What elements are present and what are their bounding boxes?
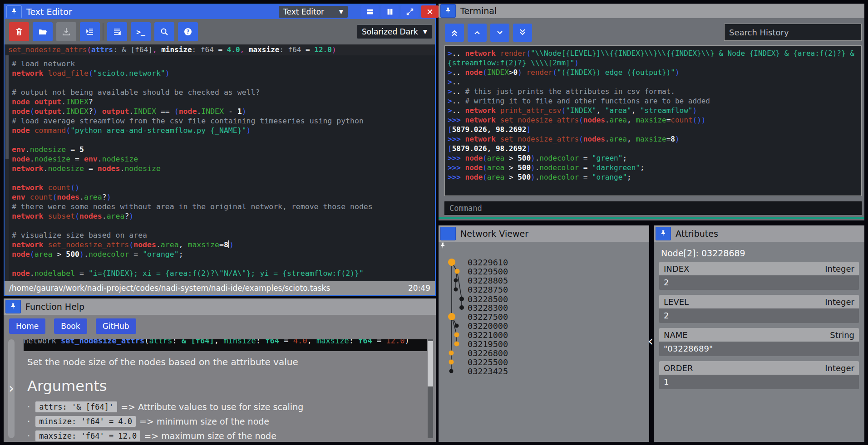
terminal-line: >.. # writing it to file and other funct… (448, 96, 858, 106)
network-node-label[interactable]: 03228750 (468, 285, 508, 294)
scroll-bottom-button[interactable] (513, 24, 532, 42)
argument-description: => minimum size of the node (139, 416, 269, 426)
pin-icon[interactable] (656, 227, 671, 240)
pin-icon[interactable] (440, 4, 456, 18)
format-indent-button[interactable] (80, 22, 100, 41)
search-button[interactable] (154, 22, 174, 41)
help-scrollbar-thumb[interactable] (428, 341, 433, 386)
network-node-label[interactable]: 03228805 (468, 276, 508, 285)
attribute-type: Integer (825, 363, 854, 373)
attribute-value: 2 (659, 308, 859, 323)
scroll-top-button[interactable] (445, 24, 464, 42)
network-node[interactable] (448, 259, 455, 266)
delete-button[interactable] (9, 22, 29, 41)
network-node[interactable] (454, 279, 458, 283)
network-node[interactable] (459, 297, 464, 301)
panel-title: Text Editor (26, 7, 72, 17)
chevron-down-icon (495, 28, 504, 37)
split-vertical-button[interactable] (381, 5, 399, 18)
argument-description: => maximum size of the node (144, 431, 276, 441)
theme-dropdown[interactable]: Solarized Dark ▼ (357, 24, 432, 39)
open-file-button[interactable] (33, 22, 53, 41)
format-lines-button[interactable] (107, 22, 127, 41)
split-horizontal-icon (366, 8, 374, 16)
network-node[interactable] (449, 360, 454, 365)
terminal-line: >>> node(area > 500).nodecolor = "green"… (448, 153, 858, 163)
scroll-up-button[interactable] (468, 24, 487, 42)
network-node-label[interactable]: 03219500 (468, 339, 508, 349)
attribute-type: String (830, 330, 854, 340)
attribute-rows: INDEXInteger2LEVELInteger2NAMEString"032… (659, 262, 859, 394)
network-node-label[interactable]: 03227500 (468, 312, 508, 322)
editor-scrollbar-thumb[interactable] (5, 55, 9, 159)
terminal-prompt-icon: >_ (136, 28, 145, 36)
run-terminal-button[interactable]: >_ (131, 22, 151, 41)
attribute-row[interactable]: LEVELInteger2 (659, 295, 859, 323)
network-node[interactable] (454, 288, 458, 292)
network-node-label[interactable]: 03220000 (468, 321, 508, 331)
attribute-row[interactable]: NAMEString"03228689" (659, 328, 859, 356)
editor-code-line: node output.INDEX? (12, 97, 433, 107)
editor-code-line: node(output.INDEX?) output.INDEX == (nod… (12, 107, 433, 116)
network-node[interactable] (449, 369, 454, 373)
argument-item: ·minsize: 'f64' = 4.0=> minimum size of … (27, 415, 303, 428)
network-node[interactable] (455, 269, 460, 274)
book-button[interactable]: Book (54, 318, 87, 334)
network-node[interactable] (459, 305, 464, 310)
network-graph[interactable]: 0322961003229500032288050322875003228500… (439, 242, 649, 442)
panel-title: Network Viewer (460, 229, 528, 239)
svg-text:?: ? (187, 29, 190, 35)
network-node[interactable] (455, 324, 459, 328)
maximize-button[interactable] (401, 5, 419, 18)
save-button[interactable] (56, 22, 76, 41)
editor-code-line: network load_file("scioto.network") (12, 68, 433, 78)
attribute-name: LEVEL (664, 297, 689, 307)
chevron-down-icon: ▼ (339, 9, 343, 15)
network-node[interactable] (449, 351, 454, 356)
terminal-line: >>> network set_nodesize_attrs(nodes.are… (448, 115, 858, 125)
split-horizontal-button[interactable] (361, 5, 379, 18)
network-node-label[interactable]: 03221000 (468, 330, 508, 340)
scroll-down-button[interactable] (490, 24, 509, 42)
arguments-list: ·attrs: '& [f64]'=> Attribute values to … (27, 400, 303, 444)
arguments-heading: Arguments (27, 377, 107, 395)
help-button[interactable]: ? (178, 22, 198, 41)
command-input[interactable] (444, 201, 862, 215)
chevron-right-icon[interactable]: › (5, 380, 18, 396)
attribute-value: 1 (659, 375, 859, 389)
search-history-input[interactable] (724, 24, 862, 41)
pin-icon[interactable] (5, 300, 21, 313)
function-description: Set the node size of the nodes based on … (27, 357, 298, 367)
network-node-label[interactable]: 03229610 (468, 258, 508, 267)
network-node-label[interactable]: 03228300 (468, 303, 508, 313)
network-node[interactable] (454, 333, 459, 337)
network-node-label[interactable]: 03228500 (468, 294, 508, 304)
network-node-label[interactable]: 03229500 (468, 267, 508, 276)
terminal-line: >.. # this just prints the attributes in… (448, 87, 858, 96)
home-button[interactable]: Home (9, 318, 45, 334)
github-button[interactable]: GitHub (96, 318, 136, 334)
network-node-label[interactable]: 03225500 (468, 357, 508, 367)
selected-node-header: Node[2]: 03228689 (661, 248, 745, 258)
editor-code-line: env count(nodes.area?) (12, 192, 433, 202)
help-icon: ? (183, 27, 192, 36)
panel-type-dropdown[interactable]: Text Editor ▼ (279, 6, 348, 18)
collapse-panel-chevron[interactable]: ‹ (645, 333, 656, 350)
editor-code-line: node(area > 500).nodecolor = "orange"; (12, 249, 433, 259)
argument-code: maxsize: 'f64' = 12.0 (35, 430, 140, 441)
attribute-row[interactable]: ORDERInteger1 (659, 361, 859, 389)
network-node[interactable] (448, 313, 455, 320)
network-edge (451, 317, 452, 353)
terminal-line: {streamflow:f(2)?} \\\\[2mm]") (448, 58, 858, 68)
terminal-titlebar: Terminal (439, 4, 864, 18)
pin-icon[interactable] (6, 5, 22, 18)
network-node-label[interactable]: 03226800 (468, 348, 508, 358)
attribute-row[interactable]: INDEXInteger2 (659, 262, 859, 290)
terminal-output[interactable]: >.. network render("\\Node[{LEVEL}]\\{{I… (444, 45, 862, 196)
close-button[interactable] (421, 5, 439, 18)
network-node-label[interactable]: 03223425 (468, 367, 508, 376)
code-editor-area[interactable]: # load networknetwork load_file("scioto.… (5, 55, 435, 281)
network-node[interactable] (454, 342, 459, 347)
pin-icon[interactable] (440, 227, 456, 240)
clock-time: 20:49 (408, 284, 430, 293)
